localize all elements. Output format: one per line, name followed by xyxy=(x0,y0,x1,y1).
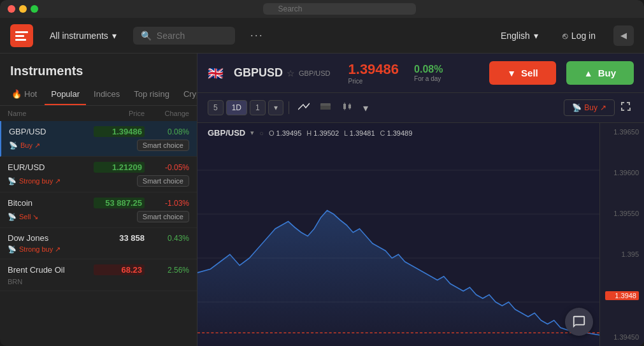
navbar: All instruments ▾ 🔍 ··· English ▾ ⎋ Log … xyxy=(0,18,644,54)
tab-popular[interactable]: Popular xyxy=(45,84,86,105)
right-panel: 🇬🇧 GBPUSD ☆ GBP/USD 1.39486 Price 0.08% … xyxy=(197,54,644,346)
instruments-dropdown-label: All instruments xyxy=(50,31,108,41)
smart-choice-button[interactable]: Smart choice xyxy=(137,175,189,187)
instrument-change: -1.03% xyxy=(145,199,189,208)
chart-more-button[interactable]: ▾ xyxy=(359,99,372,117)
login-button[interactable]: ⎋ Log in xyxy=(555,27,603,45)
chart-area: GBP/USD ▾ ○ O 1.39495 H 1.39502 L 1.3948… xyxy=(197,123,644,346)
instruments-dropdown[interactable]: All instruments ▾ xyxy=(43,27,123,45)
chart-open-value: 1.39495 xyxy=(276,129,302,137)
instrument-change-value: 0.08% xyxy=(414,64,443,75)
login-label: Log in xyxy=(571,31,596,41)
instrument-change-block: 0.08% For a day xyxy=(414,64,443,82)
instrument-sub: BRN xyxy=(8,278,22,285)
price-chart xyxy=(197,141,599,346)
instrument-name: Brent Crude Oil xyxy=(8,265,94,275)
tabs-row: 🔥 Hot Popular Indices Top rising Cryptoc… xyxy=(0,83,197,106)
tab-indices[interactable]: Indices xyxy=(87,84,126,105)
chat-icon xyxy=(572,315,586,329)
signal-badge: 📡 Strong buy ↗ xyxy=(8,177,61,185)
svg-marker-15 xyxy=(197,210,599,346)
instrument-name-block: GBPUSD ☆ GBP/USD xyxy=(234,66,331,80)
instruments-title: Instruments xyxy=(0,54,197,83)
price-level: 1.39450 xyxy=(605,333,639,341)
buy-signal-label: Buy xyxy=(584,103,597,112)
chart-type-candle-button[interactable] xyxy=(338,99,357,116)
timeframe-1-button[interactable]: 1 xyxy=(250,100,266,115)
signal-label: Buy ↗ xyxy=(20,141,40,150)
buy-button[interactable]: ▲ Buy xyxy=(566,61,634,85)
signal-icon: 📡 xyxy=(8,213,17,221)
svg-rect-2 xyxy=(15,39,26,41)
instrument-name: EUR/USD xyxy=(8,162,94,172)
price-axis: 1.39650 1.39600 1.39550 1.395 1.3948 1.3… xyxy=(599,123,644,346)
language-selector[interactable]: English ▾ xyxy=(494,27,545,45)
chart-type-line-button[interactable] xyxy=(294,99,313,116)
maximize-btn[interactable] xyxy=(31,5,38,13)
chart-dropdown-icon[interactable]: ▾ xyxy=(250,129,254,137)
hot-icon: 🔥 xyxy=(11,89,22,99)
chart-type-area-button[interactable] xyxy=(316,99,335,116)
list-item[interactable]: Brent Crude Oil 68.23 2.56% BRN xyxy=(0,259,197,291)
list-item[interactable]: Bitcoin 53 887.25 -1.03% 📡 Sell ↘ Smart … xyxy=(0,192,197,228)
buy-label: Buy xyxy=(598,68,616,78)
titlebar-search-input[interactable] xyxy=(263,3,416,15)
search-bar: 🔍 xyxy=(133,27,235,45)
sell-button[interactable]: ▼ Sell xyxy=(489,61,556,85)
price-level-current: 1.3948 xyxy=(605,291,639,300)
instrument-change: 2.56% xyxy=(145,266,189,275)
more-button[interactable]: ··· xyxy=(245,26,269,45)
svg-rect-5 xyxy=(343,104,346,109)
signal-label: Strong buy ↗ xyxy=(19,245,61,254)
signal-icon: 📡 xyxy=(8,177,17,185)
tab-cryptocurrencies-label: Cryptocurrencies xyxy=(183,89,197,99)
price-level: 1.395 xyxy=(605,250,639,258)
candle-chart-icon xyxy=(341,102,353,111)
language-label: English xyxy=(501,31,530,41)
timeframe-dropdown-button[interactable]: ▾ xyxy=(268,100,283,115)
timeframe-1d-button[interactable]: 1D xyxy=(226,100,247,115)
signal-label: Sell ↘ xyxy=(19,213,38,221)
close-btn[interactable] xyxy=(8,5,15,13)
fullscreen-button[interactable] xyxy=(617,98,634,117)
chart-low-value: 1.39481 xyxy=(350,129,375,137)
collapse-button[interactable]: ◀ xyxy=(613,25,634,46)
instrument-current-price: 1.39486 xyxy=(348,61,399,78)
chart-high-label: H 1.39502 xyxy=(306,129,339,137)
tab-top-rising[interactable]: Top rising xyxy=(127,84,176,105)
chevron-down-icon: ▾ xyxy=(534,31,538,41)
separator: ○ xyxy=(259,129,264,137)
price-level: 1.39550 xyxy=(605,210,639,217)
chat-button[interactable] xyxy=(565,308,593,336)
arrow-down-icon: ▼ xyxy=(507,68,516,78)
timeframe-5-button[interactable]: 5 xyxy=(208,100,224,115)
chart-symbol-label: GBP/USD xyxy=(208,128,245,138)
price-level: 1.39650 xyxy=(605,128,639,136)
area-chart-icon xyxy=(320,102,331,111)
tab-popular-label: Popular xyxy=(51,89,80,99)
chart-low-label: L 1.39481 xyxy=(344,129,375,137)
instrument-change: 0.43% xyxy=(145,234,189,243)
tab-cryptocurrencies[interactable]: Cryptocurrencies xyxy=(177,84,197,105)
col-change: Change xyxy=(145,110,189,117)
logo[interactable] xyxy=(10,24,33,47)
buy-signal-button[interactable]: 📡 Buy ↗ xyxy=(564,99,615,116)
list-item[interactable]: Dow Jones 33 858 0.43% 📡 Strong buy ↗ xyxy=(0,228,197,259)
sell-label: Sell xyxy=(521,68,538,78)
smart-choice-button[interactable]: Smart choice xyxy=(137,140,189,151)
favorite-icon[interactable]: ☆ xyxy=(287,68,295,78)
col-price: Price xyxy=(94,110,145,117)
arrow-icon: ↗ xyxy=(600,103,606,112)
smart-choice-button[interactable]: Smart choice xyxy=(137,211,189,222)
login-icon: ⎋ xyxy=(562,31,568,41)
signal-badge: 📡 Buy ↗ xyxy=(9,141,40,150)
minimize-btn[interactable] xyxy=(19,5,27,13)
search-input[interactable] xyxy=(157,31,227,41)
list-item[interactable]: EUR/USD 1.21209 -0.05% 📡 Strong buy ↗ Sm… xyxy=(0,157,197,192)
list-item[interactable]: GBP/USD 1.39486 0.08% 📡 Buy ↗ Smart choi… xyxy=(0,121,197,157)
instrument-change: -0.05% xyxy=(145,163,189,172)
chart-toolbar: 5 1D 1 ▾ xyxy=(197,93,644,123)
collapse-icon: ◀ xyxy=(620,31,627,40)
tab-hot[interactable]: 🔥 Hot xyxy=(5,84,43,105)
chart-close-value: 1.39489 xyxy=(387,129,413,137)
